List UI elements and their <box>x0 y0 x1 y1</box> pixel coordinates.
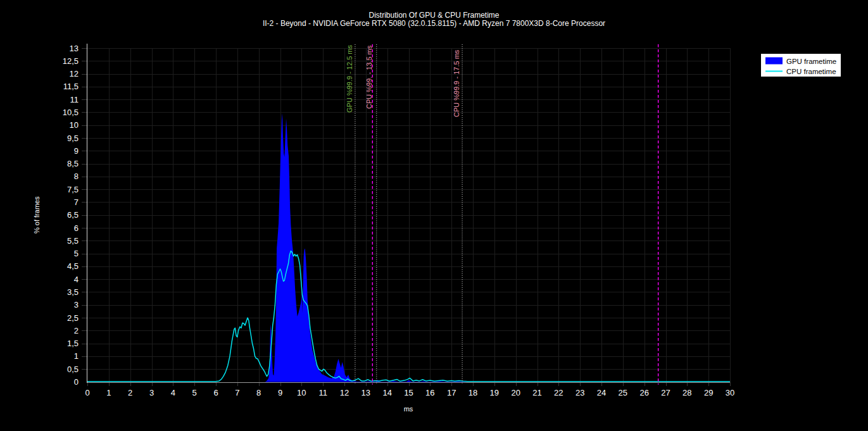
svg-text:25: 25 <box>619 388 627 397</box>
gpu-frametime-area <box>265 113 469 382</box>
y-axis-label: % of frames <box>33 196 41 234</box>
svg-text:6: 6 <box>74 223 79 233</box>
svg-text:2: 2 <box>128 388 132 397</box>
svg-text:0: 0 <box>85 388 89 397</box>
svg-text:13: 13 <box>70 44 79 53</box>
svg-text:4: 4 <box>171 388 175 397</box>
svg-text:8: 8 <box>256 388 261 397</box>
cpu-legend-label: CPU frametime <box>786 68 836 75</box>
svg-text:17: 17 <box>447 388 456 397</box>
svg-text:1,5: 1,5 <box>67 339 79 348</box>
svg-text:0: 0 <box>74 377 79 387</box>
chart-subtitle: II-2 - Beyond - NVIDIA GeForce RTX 5080 … <box>263 19 605 28</box>
svg-text:11: 11 <box>70 95 79 104</box>
svg-text:6: 6 <box>213 388 218 397</box>
svg-text:12: 12 <box>70 69 79 78</box>
marker-label-13.5ms: CPU %99. - 13.5 ms <box>365 45 373 109</box>
svg-text:4: 4 <box>74 275 79 284</box>
marker-label-17.5ms: CPU %99.9 - 17.5 ms <box>453 49 460 117</box>
svg-text:9: 9 <box>74 146 79 156</box>
gpu-legend-label: GPU frametime <box>786 58 836 65</box>
svg-text:18: 18 <box>469 388 477 397</box>
svg-text:12: 12 <box>340 388 349 397</box>
svg-text:29: 29 <box>704 388 713 397</box>
svg-text:9: 9 <box>278 388 282 397</box>
svg-text:10: 10 <box>70 120 79 130</box>
marker-label-12.5ms: GPU %99.9 - 12.5 ms <box>346 45 353 113</box>
grid-lines <box>87 48 731 382</box>
svg-text:13: 13 <box>362 388 370 397</box>
svg-text:10,5: 10,5 <box>63 108 79 117</box>
svg-text:0,5: 0,5 <box>67 365 79 374</box>
svg-text:4,5: 4,5 <box>67 261 79 271</box>
svg-text:26: 26 <box>639 388 648 397</box>
axis-ticks <box>82 49 731 386</box>
svg-text:5,5: 5,5 <box>67 236 79 246</box>
svg-text:2,5: 2,5 <box>67 313 79 323</box>
svg-text:30: 30 <box>726 388 734 397</box>
svg-text:20: 20 <box>511 388 520 397</box>
svg-text:14: 14 <box>382 388 391 397</box>
svg-text:9,5: 9,5 <box>67 134 79 143</box>
svg-text:21: 21 <box>532 388 541 397</box>
gpu-legend-swatch <box>765 58 783 65</box>
svg-text:10: 10 <box>297 388 306 397</box>
svg-text:7: 7 <box>74 197 79 207</box>
svg-text:3,5: 3,5 <box>67 287 79 297</box>
svg-text:2: 2 <box>74 326 79 335</box>
svg-text:22: 22 <box>554 388 563 397</box>
svg-text:28: 28 <box>682 388 691 397</box>
x-axis-label: ms <box>404 405 413 413</box>
svg-text:7: 7 <box>235 388 239 397</box>
svg-text:3: 3 <box>149 388 154 397</box>
legend: GPU frametime CPU frametime <box>761 54 841 77</box>
x-tick-labels: 0123456789101112131415161718192021222324… <box>85 388 734 397</box>
svg-text:8: 8 <box>74 172 79 181</box>
svg-text:11: 11 <box>318 388 327 397</box>
svg-text:5: 5 <box>192 388 197 397</box>
svg-text:5: 5 <box>74 249 79 258</box>
plot-area: GPU %99.9 - 12.5 msCPU %99. - 13.5 msCPU… <box>63 44 735 397</box>
svg-text:11,5: 11,5 <box>63 82 79 91</box>
svg-text:1: 1 <box>74 351 79 361</box>
svg-text:8,5: 8,5 <box>67 159 79 168</box>
svg-text:23: 23 <box>576 388 584 397</box>
svg-text:27: 27 <box>661 388 670 397</box>
y-tick-labels: 00,511,522,533,544,555,566,577,588,599,5… <box>63 44 79 387</box>
svg-text:3: 3 <box>74 300 79 309</box>
chart-title: Distribution Of GPU & CPU Frametime <box>368 11 499 20</box>
svg-text:6,5: 6,5 <box>67 210 79 220</box>
svg-text:12,5: 12,5 <box>63 56 79 66</box>
svg-text:7,5: 7,5 <box>67 185 79 194</box>
svg-text:19: 19 <box>490 388 499 397</box>
svg-text:1: 1 <box>106 388 111 397</box>
svg-text:16: 16 <box>425 388 434 397</box>
svg-text:24: 24 <box>597 388 606 397</box>
frametime-distribution-chart: GPU %99.9 - 12.5 msCPU %99. - 13.5 msCPU… <box>0 0 868 431</box>
svg-text:15: 15 <box>404 388 413 397</box>
